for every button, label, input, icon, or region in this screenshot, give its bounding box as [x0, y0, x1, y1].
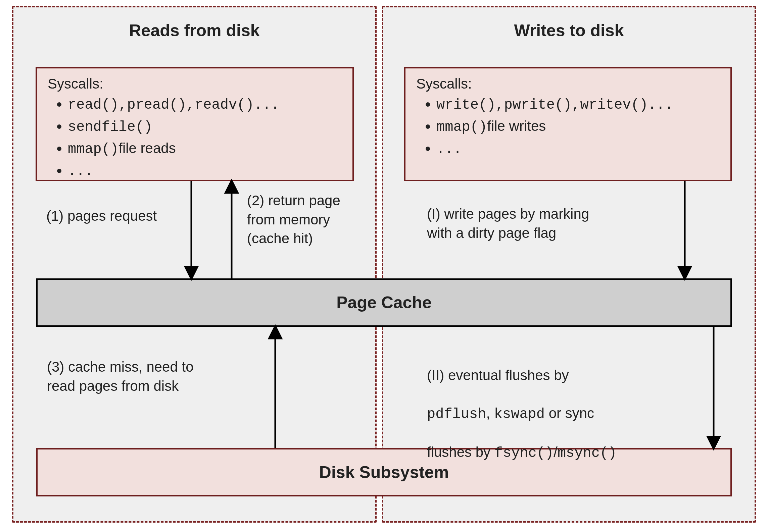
- list-item: mmap()file reads: [68, 138, 352, 160]
- label-3-cache-miss: (3) cache miss, need to read pages from …: [47, 358, 194, 395]
- code: kswapd: [494, 406, 545, 422]
- code: ...: [68, 163, 93, 179]
- text: (II) eventual flushes by: [427, 367, 569, 383]
- list-item: sendfile(): [68, 116, 352, 138]
- diagram-canvas: Reads from disk Writes to disk Syscalls:…: [0, 0, 768, 532]
- label-I-dirty-page: (I) write pages by marking with a dirty …: [427, 205, 589, 243]
- reads-syscalls-box: Syscalls: read(),pread(),readv()... send…: [36, 67, 354, 181]
- writes-title: Writes to disk: [383, 7, 755, 40]
- text: or sync: [545, 405, 594, 421]
- list-item: mmap()file writes: [436, 116, 730, 138]
- text: file writes: [487, 118, 546, 134]
- reads-syscalls-list: read(),pread(),readv()... sendfile() mma…: [37, 94, 352, 182]
- code: mmap(): [436, 119, 487, 135]
- label-II-flushes: (II) eventual flushes by pdflush, kswapd…: [427, 347, 719, 463]
- writes-syscalls-box: Syscalls: write(),pwrite(),writev()... m…: [404, 67, 732, 181]
- code: read(),pread(),readv()...: [68, 97, 279, 113]
- code: msync(): [558, 445, 617, 461]
- text: file reads: [118, 140, 176, 156]
- code: fsync(): [494, 445, 554, 461]
- reads-syscalls-header: Syscalls:: [48, 76, 352, 92]
- label-2-return-page: (2) return page from memory (cache hit): [247, 191, 340, 248]
- writes-syscalls-header: Syscalls:: [416, 76, 730, 92]
- page-cache-label: Page Cache: [38, 280, 730, 325]
- list-item: ...: [436, 138, 730, 160]
- text: /: [554, 444, 558, 460]
- label-1-pages-request: (1) pages request: [46, 207, 157, 226]
- page-cache-box: Page Cache: [36, 278, 732, 327]
- code: pdflush: [427, 406, 486, 422]
- code: mmap(): [68, 141, 118, 157]
- text: flushes by: [427, 444, 494, 460]
- list-item: read(),pread(),readv()...: [68, 94, 352, 115]
- code: sendfile(): [68, 119, 152, 135]
- code: ...: [436, 141, 462, 157]
- writes-syscalls-list: write(),pwrite(),writev()... mmap()file …: [405, 94, 730, 160]
- list-item: ...: [68, 160, 352, 182]
- list-item: write(),pwrite(),writev()...: [436, 94, 730, 115]
- reads-title: Reads from disk: [13, 7, 375, 40]
- text: ,: [486, 405, 494, 421]
- code: write(),pwrite(),writev()...: [436, 97, 673, 113]
